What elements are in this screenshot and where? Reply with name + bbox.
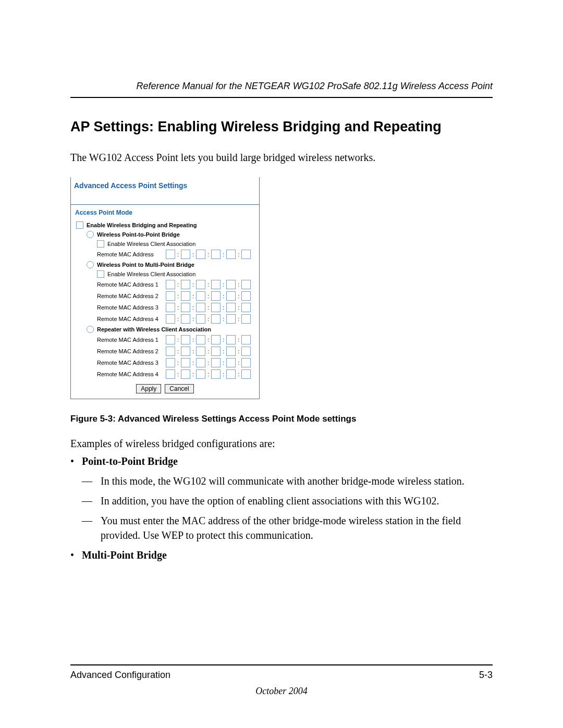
ap-mode-heading: Access Point Mode bbox=[75, 209, 255, 216]
mac-input[interactable] bbox=[241, 280, 251, 289]
bullet-mpb: Multi-Point Bridge bbox=[82, 548, 493, 562]
ptp-mac-row: Remote MAC Address : : : : : bbox=[75, 250, 255, 259]
mac-input[interactable] bbox=[166, 358, 175, 367]
ptp-label: Wireless Point-to-Point Bridge bbox=[97, 231, 180, 238]
mac-input[interactable] bbox=[241, 250, 251, 259]
bullet-mpb-heading: Multi-Point Bridge bbox=[82, 549, 167, 561]
mac-input[interactable] bbox=[166, 369, 175, 379]
footer-left: Advanced Configuration bbox=[70, 670, 170, 681]
ptmp-mac-row-3: Remote MAC Address 3 : : : : : bbox=[75, 303, 255, 312]
mac-input[interactable] bbox=[241, 291, 251, 301]
mac-input[interactable] bbox=[211, 335, 221, 344]
mac-input[interactable] bbox=[166, 250, 175, 259]
mac-input[interactable] bbox=[211, 291, 221, 301]
mac-label: Remote MAC Address 4 bbox=[97, 371, 164, 377]
mac-input[interactable] bbox=[181, 335, 190, 344]
mac-label: Remote MAC Address 3 bbox=[97, 360, 164, 366]
mac-input[interactable] bbox=[196, 369, 205, 379]
mac-input[interactable] bbox=[211, 358, 221, 367]
footer-right: 5-3 bbox=[479, 670, 493, 681]
mac-input[interactable] bbox=[241, 358, 251, 367]
bullet-ptp: Point-to-Point Bridge In this mode, the … bbox=[82, 454, 493, 542]
mac-input[interactable] bbox=[196, 280, 205, 289]
mac-label: Remote MAC Address 3 bbox=[97, 304, 164, 311]
mac-input[interactable] bbox=[241, 314, 251, 324]
apply-button[interactable]: Apply bbox=[136, 384, 161, 393]
mac-input[interactable] bbox=[181, 314, 190, 324]
mac-input[interactable] bbox=[181, 303, 190, 312]
enable-bridging-checkbox[interactable] bbox=[76, 221, 83, 229]
mac-input[interactable] bbox=[196, 347, 205, 356]
bullet-ptp-heading: Point-to-Point Bridge bbox=[82, 455, 178, 467]
mac-label: Remote MAC Address 1 bbox=[97, 337, 164, 343]
section-intro: The WG102 Access Point lets you build la… bbox=[70, 151, 493, 165]
cancel-button[interactable]: Cancel bbox=[165, 384, 193, 393]
examples-intro: Examples of wireless bridged configurati… bbox=[70, 437, 493, 451]
mac-input[interactable] bbox=[211, 303, 221, 312]
page-header: Reference Manual for the NETGEAR WG102 P… bbox=[70, 81, 493, 98]
mac-input[interactable] bbox=[226, 369, 236, 379]
mac-label: Remote MAC Address 1 bbox=[97, 281, 164, 288]
section-heading: AP Settings: Enabling Wireless Bridging … bbox=[70, 119, 493, 135]
mac-input[interactable] bbox=[196, 291, 205, 301]
mac-input[interactable] bbox=[241, 347, 251, 356]
mac-input[interactable] bbox=[226, 347, 236, 356]
repeater-mac-row-4: Remote MAC Address 4 : : : : : bbox=[75, 369, 255, 379]
mac-input[interactable] bbox=[211, 369, 221, 379]
ptmp-enable-client-label: Enable Wireless Client Association bbox=[107, 271, 195, 277]
mac-input[interactable] bbox=[211, 250, 221, 259]
ptmp-radio[interactable] bbox=[87, 261, 94, 268]
repeater-label: Repeater with Wireless Client Associatio… bbox=[97, 326, 211, 332]
enable-bridging-label: Enable Wireless Bridging and Repeating bbox=[87, 222, 197, 228]
panel-title: Advanced Access Point Settings bbox=[71, 180, 259, 205]
mac-input[interactable] bbox=[181, 369, 190, 379]
mac-input[interactable] bbox=[166, 291, 175, 301]
repeater-radio[interactable] bbox=[87, 326, 94, 333]
mac-input[interactable] bbox=[181, 291, 190, 301]
figure-caption: Figure 5-3: Advanced Wireless Settings A… bbox=[70, 414, 493, 424]
mac-input[interactable] bbox=[166, 314, 175, 324]
mac-input[interactable] bbox=[226, 280, 236, 289]
ptp-enable-client-label: Enable Wireless Client Association bbox=[107, 241, 195, 247]
ptp-enable-client-checkbox[interactable] bbox=[97, 240, 104, 248]
mac-input[interactable] bbox=[211, 314, 221, 324]
mac-input[interactable] bbox=[226, 358, 236, 367]
page-footer: Advanced Configuration 5-3 October 2004 bbox=[70, 664, 493, 697]
mac-input[interactable] bbox=[181, 280, 190, 289]
ptmp-mac-row-2: Remote MAC Address 2 : : : : : bbox=[75, 291, 255, 301]
mac-input[interactable] bbox=[211, 280, 221, 289]
mac-input[interactable] bbox=[196, 314, 205, 324]
repeater-mac-row-3: Remote MAC Address 3 : : : : : bbox=[75, 358, 255, 367]
mac-input[interactable] bbox=[196, 250, 205, 259]
ptp-radio[interactable] bbox=[87, 231, 94, 238]
mac-input[interactable] bbox=[241, 303, 251, 312]
mac-label: Remote MAC Address 4 bbox=[97, 316, 164, 322]
mac-input[interactable] bbox=[226, 314, 236, 324]
mac-input[interactable] bbox=[196, 358, 205, 367]
mac-input[interactable] bbox=[211, 347, 221, 356]
mac-input[interactable] bbox=[166, 335, 175, 344]
mac-input[interactable] bbox=[166, 303, 175, 312]
ptp-item-2: In addition, you have the option of enab… bbox=[101, 493, 493, 508]
mac-input[interactable] bbox=[181, 250, 190, 259]
mac-label: Remote MAC Address 2 bbox=[97, 348, 164, 354]
mac-input[interactable] bbox=[196, 303, 205, 312]
ptmp-enable-client-checkbox[interactable] bbox=[97, 270, 104, 278]
ptmp-label: Wireless Point to Multi-Point Bridge bbox=[97, 262, 194, 268]
mac-input[interactable] bbox=[181, 358, 190, 367]
mac-input[interactable] bbox=[241, 335, 251, 344]
mac-input[interactable] bbox=[226, 335, 236, 344]
mac-input[interactable] bbox=[166, 347, 175, 356]
mac-input[interactable] bbox=[226, 250, 236, 259]
repeater-mac-row-1: Remote MAC Address 1 : : : : : bbox=[75, 335, 255, 344]
ptmp-mac-row-1: Remote MAC Address 1 : : : : : bbox=[75, 280, 255, 289]
mac-input[interactable] bbox=[241, 369, 251, 379]
mac-input[interactable] bbox=[226, 303, 236, 312]
mac-input[interactable] bbox=[181, 347, 190, 356]
mac-input[interactable] bbox=[166, 280, 175, 289]
mac-input[interactable] bbox=[196, 335, 205, 344]
mac-label: Remote MAC Address 2 bbox=[97, 293, 164, 299]
ptp-item-1: In this mode, the WG102 will communicate… bbox=[101, 474, 493, 488]
mac-input[interactable] bbox=[226, 291, 236, 301]
footer-date: October 2004 bbox=[70, 686, 493, 697]
